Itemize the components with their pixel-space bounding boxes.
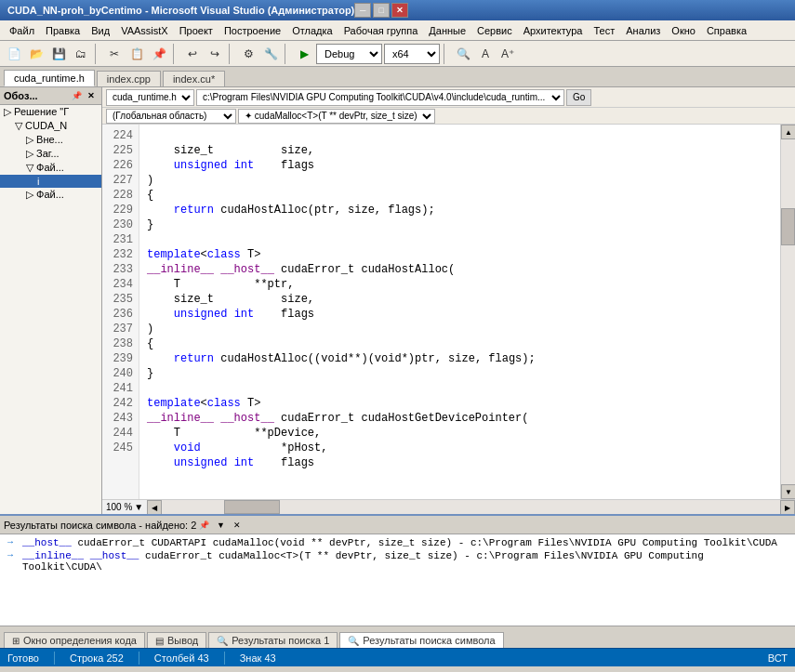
- search-result-2[interactable]: → __inline__ __host__ cudaError_t cudaMa…: [4, 549, 791, 573]
- file-nav-dropdown[interactable]: cuda_runtime.h: [106, 89, 194, 106]
- title-bar-controls: ─ □ ✕: [354, 3, 408, 18]
- sep1: [95, 44, 100, 64]
- hscroll-thumb[interactable]: [224, 500, 280, 514]
- bottom-tab-symbol-search[interactable]: 🔍 Результаты поиска символа: [339, 632, 503, 648]
- find-results1-label: Результаты поиска 1: [232, 635, 329, 646]
- func-dropdown[interactable]: ✦ cudaMalloc<T>(T ** devPtr, size_t size…: [238, 109, 435, 124]
- menu-team[interactable]: Рабочая группа: [338, 23, 424, 38]
- menu-test[interactable]: Тест: [588, 23, 620, 38]
- bottom-tab-output[interactable]: ▤ Вывод: [147, 632, 206, 648]
- file-i-node[interactable]: i: [0, 175, 101, 188]
- menu-build[interactable]: Построение: [219, 23, 286, 38]
- title-text: CUDA_NN-proh_byCentimo - Microsoft Visua…: [7, 5, 354, 16]
- hscroll-right-arrow[interactable]: ▶: [780, 500, 795, 514]
- paste-button[interactable]: 📌: [149, 44, 169, 64]
- copy-button[interactable]: 📋: [126, 44, 147, 64]
- menu-analyze[interactable]: Анализ: [620, 23, 666, 38]
- sep5: [444, 44, 449, 64]
- path-nav-dropdown[interactable]: c:\Program Files\NVIDIA GPU Computing To…: [196, 89, 564, 106]
- tab-label-index-cpp: index.cpp: [107, 73, 151, 85]
- run-button[interactable]: ▶: [294, 44, 314, 64]
- bottom-tab-code-def[interactable]: ⊞ Окно определения кода: [4, 632, 145, 648]
- panel-pin-button[interactable]: 📌: [196, 518, 211, 533]
- save-button[interactable]: 💾: [48, 44, 69, 64]
- undo-button[interactable]: ↩: [182, 44, 203, 64]
- save-all-button[interactable]: 🗂: [71, 44, 91, 64]
- panel-close-button[interactable]: ✕: [230, 518, 245, 533]
- sidebar-header-icons: 📌 ✕: [70, 89, 98, 102]
- files-expand-icon: ▽: [26, 162, 33, 173]
- hscroll-track[interactable]: [162, 500, 780, 514]
- sep3: [229, 44, 234, 64]
- tab-index-cpp[interactable]: index.cpp: [97, 71, 161, 86]
- menu-project[interactable]: Проект: [174, 23, 219, 38]
- menu-debug[interactable]: Отладка: [286, 23, 338, 38]
- external-node[interactable]: ▷ Вне...: [0, 133, 101, 147]
- toolbar-btn-6[interactable]: 🔧: [260, 44, 281, 64]
- open-file-button[interactable]: 📂: [26, 44, 46, 64]
- toolbar-btn-8[interactable]: A: [475, 44, 496, 64]
- tab-index-cu[interactable]: index.cu*: [163, 71, 225, 86]
- search-panel-header: Результаты поиска символа - найдено: 2 📌…: [0, 516, 795, 534]
- platform-dropdown[interactable]: x64 x86: [384, 44, 440, 64]
- search-results-panel: Результаты поиска символа - найдено: 2 📌…: [0, 514, 795, 626]
- panel-dropdown-button[interactable]: ▼: [213, 518, 228, 533]
- project-node[interactable]: ▽ CUDA_N: [0, 119, 101, 133]
- code-nav-toolbar: cuda_runtime.h c:\Program Files\NVIDIA G…: [102, 87, 795, 108]
- toolbar-btn-5[interactable]: ⚙: [238, 44, 258, 64]
- bottom-tab-bar: ⊞ Окно определения кода ▤ Вывод 🔍 Резуль…: [0, 626, 795, 648]
- vertical-scrollbar[interactable]: ▲ ▼: [780, 125, 795, 499]
- files2-expand-icon: ▷: [26, 189, 33, 200]
- cut-button[interactable]: ✂: [104, 44, 125, 64]
- search-panel-title: Результаты поиска символа - найдено: 2: [4, 520, 196, 531]
- redo-button[interactable]: ↪: [205, 44, 225, 64]
- files2-node[interactable]: ▷ Фай...: [0, 188, 101, 202]
- bottom-tab-find-results1[interactable]: 🔍 Результаты поиска 1: [208, 632, 338, 648]
- close-button[interactable]: ✕: [391, 3, 408, 18]
- menu-data[interactable]: Данные: [423, 23, 471, 38]
- menu-arch[interactable]: Архитектура: [518, 23, 589, 38]
- scope-bar: (Глобальная область) ✦ cudaMalloc<T>(T *…: [102, 108, 795, 125]
- sidebar-title: Обоз...: [4, 90, 38, 101]
- sidebar-pin-button[interactable]: 📌: [70, 89, 83, 102]
- maximize-button[interactable]: □: [373, 3, 390, 18]
- menu-help[interactable]: Справка: [701, 23, 752, 38]
- files-node[interactable]: ▽ Фай...: [0, 161, 101, 175]
- menu-edit[interactable]: Правка: [40, 23, 86, 38]
- headers-node[interactable]: ▷ Заг...: [0, 147, 101, 161]
- menu-view[interactable]: Вид: [86, 23, 115, 38]
- menu-tools[interactable]: Сервис: [471, 23, 518, 38]
- scroll-up-arrow[interactable]: ▲: [781, 125, 795, 139]
- status-ready: Готово: [7, 652, 39, 664]
- sidebar-close-button[interactable]: ✕: [85, 89, 98, 102]
- editor-tabs: cuda_runtime.h index.cpp index.cu*: [0, 67, 795, 87]
- main-toolbar: 📄 📂 💾 🗂 ✂ 📋 📌 ↩ ↪ ⚙ 🔧 ▶ Debug Release x6…: [0, 41, 795, 67]
- menu-window[interactable]: Окно: [666, 23, 701, 38]
- solution-tree: ▷ Решение "Г ▽ CUDA_N ▷ Вне... ▷ Заг... …: [0, 105, 101, 202]
- tab-cuda-runtime[interactable]: cuda_runtime.h: [4, 70, 95, 86]
- config-dropdown[interactable]: Debug Release: [316, 44, 382, 64]
- toolbar-btn-9[interactable]: A⁺: [497, 44, 518, 64]
- hscroll-left-arrow[interactable]: ◀: [147, 500, 162, 514]
- solution-node[interactable]: ▷ Решение "Г: [0, 105, 101, 119]
- external-expand-icon: ▷: [26, 134, 33, 145]
- zoom-icon: ▼: [134, 502, 143, 512]
- scroll-track[interactable]: [781, 139, 795, 484]
- code-text-area[interactable]: size_t size, unsigned int flags ) { retu…: [139, 125, 780, 499]
- go-button[interactable]: Go: [566, 89, 591, 106]
- scroll-down-arrow[interactable]: ▼: [781, 484, 795, 499]
- menu-vaassist[interactable]: VAAssistX: [115, 23, 174, 38]
- result-1-icon: →: [7, 537, 19, 547]
- scroll-thumb[interactable]: [781, 208, 795, 245]
- bottom-scroll-area: 100 % ▼ ◀ ▶: [102, 499, 795, 514]
- zoom-label: 100 % ▼: [102, 500, 147, 514]
- code-editor: cuda_runtime.h c:\Program Files\NVIDIA G…: [102, 87, 795, 514]
- search-result-1[interactable]: → __host__ cudaError_t CUDARTAPI cudaMal…: [4, 536, 791, 549]
- scope-dropdown[interactable]: (Глобальная область): [106, 109, 236, 124]
- minimize-button[interactable]: ─: [354, 3, 371, 18]
- new-file-button[interactable]: 📄: [4, 44, 24, 64]
- result-2-text: __inline__ __host__ cudaError_t cudaMall…: [22, 550, 788, 573]
- tab-label-cuda-runtime: cuda_runtime.h: [14, 72, 85, 84]
- toolbar-btn-7[interactable]: 🔍: [453, 44, 473, 64]
- menu-file[interactable]: Файл: [4, 23, 40, 38]
